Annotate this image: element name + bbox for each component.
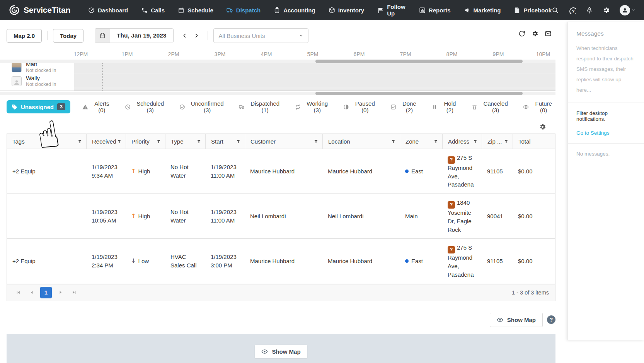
previous-day-button[interactable] bbox=[180, 31, 190, 41]
column-header-total[interactable]: Total bbox=[513, 134, 555, 149]
nav-item-pricebook[interactable]: Pricebook bbox=[514, 7, 552, 14]
scrollbar-thumb[interactable] bbox=[315, 92, 523, 95]
table-row[interactable]: +2 Equip 1/19/20239:34 AM ↑High No Hot W… bbox=[7, 149, 555, 193]
tab-canceled[interactable]: Canceled (3) bbox=[472, 100, 511, 113]
tab-scheduled[interactable]: Scheduled (3) bbox=[125, 100, 167, 113]
today-button[interactable]: Today bbox=[53, 29, 83, 43]
calendar-icon[interactable] bbox=[95, 29, 110, 43]
hour-label: 1PM bbox=[122, 51, 133, 57]
nav-item-follow-up[interactable]: Follow Up bbox=[377, 3, 406, 17]
user-menu[interactable] bbox=[620, 5, 635, 15]
nav-item-accounting[interactable]: Accounting bbox=[274, 7, 315, 14]
table-row[interactable]: +2 Equip 1/19/20232:34 PM ↓Low HVAC Sale… bbox=[7, 238, 555, 283]
filter-icon[interactable] bbox=[473, 139, 478, 144]
calendar-icon bbox=[178, 7, 184, 14]
next-page-button[interactable] bbox=[55, 288, 65, 298]
filter-icon[interactable] bbox=[391, 139, 396, 144]
address-question-badge[interactable]: ? bbox=[448, 201, 455, 209]
column-label: Received bbox=[92, 138, 116, 145]
cell-customer: Neil Lombardi bbox=[245, 194, 322, 238]
date-display[interactable]: Thu, Jan 19, 2023 bbox=[110, 29, 173, 43]
tab-unconfirmed[interactable]: Unconfirmed (3) bbox=[179, 100, 227, 113]
cell-tags: +2 Equip bbox=[7, 239, 86, 283]
column-header-zip[interactable]: Zip ... bbox=[482, 134, 513, 149]
search-icon[interactable] bbox=[552, 7, 559, 14]
column-header-start[interactable]: Start bbox=[205, 134, 245, 149]
tab-done[interactable]: Done (2) bbox=[390, 100, 420, 113]
filter-icon[interactable] bbox=[117, 139, 122, 144]
filter-icon[interactable] bbox=[156, 139, 161, 144]
previous-page-button[interactable] bbox=[27, 288, 37, 298]
tab-unassigned[interactable]: Unassigned 3 bbox=[7, 100, 70, 113]
business-units-select[interactable]: All Business Units bbox=[213, 28, 308, 43]
address-question-badge[interactable]: ? bbox=[448, 246, 455, 253]
cell-priority: ↑High bbox=[126, 149, 165, 193]
rocket-icon[interactable] bbox=[586, 7, 593, 14]
map-2-button[interactable]: Map 2.0 bbox=[7, 29, 42, 43]
nav-label: Reports bbox=[429, 7, 451, 14]
mail-icon[interactable] bbox=[545, 30, 552, 37]
messages-description: When technicians respond to their dispat… bbox=[568, 43, 644, 95]
nav-item-dashboard[interactable]: Dashboard bbox=[88, 7, 128, 14]
nav-item-dispatch[interactable]: Dispatch bbox=[227, 7, 261, 14]
cell-start: 1/19/20233:00 PM bbox=[205, 239, 245, 283]
filter-icon[interactable] bbox=[433, 139, 438, 144]
nav-right-actions: ? bbox=[552, 5, 635, 15]
column-header-tags[interactable]: Tags bbox=[7, 134, 86, 149]
technician-row[interactable]: Matt Not clocked in bbox=[0, 63, 555, 74]
next-day-button[interactable] bbox=[191, 31, 201, 41]
first-page-button[interactable] bbox=[13, 288, 23, 298]
tab-paused[interactable]: Paused (0) bbox=[343, 100, 378, 113]
items-summary: 1 - 3 of 3 items bbox=[512, 289, 549, 296]
technician-cell: Wally Not clocked in bbox=[0, 75, 74, 88]
column-label: Customer bbox=[250, 138, 276, 145]
address-question-badge[interactable]: ? bbox=[448, 156, 455, 164]
column-header-zone[interactable]: Zone bbox=[400, 134, 442, 149]
chevron-down-icon bbox=[299, 33, 303, 38]
tab-alerts[interactable]: Alerts (0) bbox=[82, 100, 113, 113]
nav-item-marketing[interactable]: Marketing bbox=[464, 7, 501, 14]
scrollbar-thumb[interactable] bbox=[315, 60, 523, 63]
gear-icon[interactable] bbox=[532, 30, 538, 37]
tab-hold[interactable]: Hold (2) bbox=[432, 100, 460, 113]
nav-item-inventory[interactable]: Inventory bbox=[329, 7, 365, 14]
last-page-icon bbox=[72, 290, 77, 295]
table-row[interactable]: 1/19/202310:05 AM ↑High No Hot Water 1/1… bbox=[7, 193, 555, 238]
cube-icon bbox=[329, 7, 335, 14]
last-page-button[interactable] bbox=[69, 288, 79, 298]
column-header-location[interactable]: Location bbox=[322, 134, 400, 149]
cell-priority: ↑High bbox=[126, 194, 165, 238]
column-header-received[interactable]: Received bbox=[86, 134, 126, 149]
show-map-button[interactable]: Show Map bbox=[490, 313, 543, 327]
column-header-priority[interactable]: Priority bbox=[126, 134, 165, 149]
grid-settings-row bbox=[0, 123, 546, 130]
show-map-button-bottom[interactable]: Show Map bbox=[255, 345, 307, 358]
gear-icon[interactable] bbox=[539, 123, 546, 130]
pagination-bar: 1 1 - 3 of 3 items bbox=[7, 284, 555, 301]
column-header-type[interactable]: Type bbox=[165, 134, 205, 149]
tab-dispatched[interactable]: Dispatched (1) bbox=[239, 100, 283, 113]
truck-icon bbox=[227, 7, 233, 14]
gear-icon[interactable] bbox=[603, 7, 610, 14]
column-header-address[interactable]: Address bbox=[442, 134, 482, 149]
help-icon[interactable]: ? bbox=[547, 315, 555, 324]
filter-icon[interactable] bbox=[196, 139, 201, 144]
tab-future[interactable]: Future (0) bbox=[523, 100, 555, 113]
column-label: Tags bbox=[12, 138, 25, 145]
page-1-button[interactable]: 1 bbox=[40, 287, 52, 298]
filter-icon[interactable] bbox=[236, 139, 241, 144]
nav-item-reports[interactable]: Reports bbox=[419, 7, 451, 14]
nav-item-schedule[interactable]: Schedule bbox=[178, 7, 213, 14]
filter-icon[interactable] bbox=[77, 139, 82, 144]
technician-row[interactable]: Wally Not clocked in bbox=[0, 74, 555, 88]
go-to-settings-link[interactable]: Go to Settings bbox=[568, 130, 644, 136]
tab-working[interactable]: Working (3) bbox=[295, 100, 331, 113]
servicetitan-brand[interactable]: ServiceTitan bbox=[9, 4, 70, 16]
column-header-customer[interactable]: Customer bbox=[245, 134, 322, 149]
nav-item-calls[interactable]: Calls bbox=[141, 7, 165, 14]
chevron-left-icon bbox=[182, 33, 187, 38]
filter-icon[interactable] bbox=[504, 139, 509, 144]
refresh-icon[interactable] bbox=[518, 30, 525, 37]
filter-icon[interactable] bbox=[313, 139, 319, 144]
help-icon[interactable]: ? bbox=[569, 7, 576, 14]
